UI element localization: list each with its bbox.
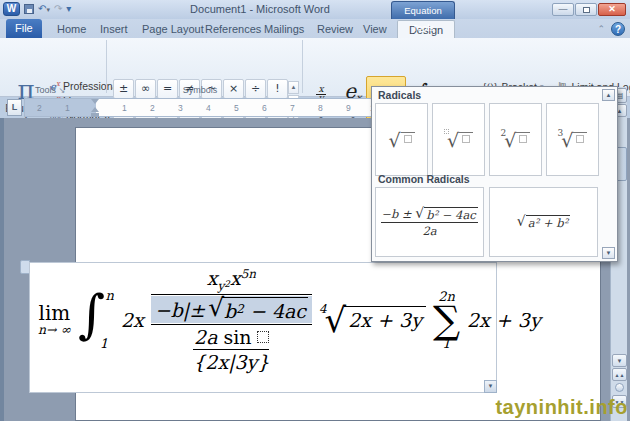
fraction-bar [193,349,269,350]
restore-button[interactable] [575,3,597,16]
factor: 2x [121,309,144,331]
equation-container[interactable]: lim n→ ∞ ∫ n 1 2x xy2x5n −b|± [29,262,497,393]
inner-fraction: 2a sin {2x|3y} [193,326,269,373]
outer-fraction: xy2x5n −b|± √ b2 − 4ac 2a sin [151,267,312,373]
inner-numerator: 2a sin [194,326,269,348]
minimize-button[interactable]: — [552,3,574,16]
fraction-numerator: xy2x5n [207,267,256,293]
radicals-dropdown-panel: Radicals ▲ √ √ 2√ 3√ Common Radicals −b … [371,86,618,262]
inner-denominator: {2x|3y} [193,351,269,373]
first-line-indent-icon[interactable] [91,99,99,104]
quadratic-formula-tile[interactable]: −b ± √b² − 4ac 2a [375,187,484,257]
ribbon-tab-row: File Home Insert Page Layout References … [0,19,630,38]
integral-block: ∫ n 1 [78,287,114,353]
select-browse-object-icon[interactable] [615,383,624,392]
tools-dialog-launcher-icon[interactable]: ↘ [58,86,65,95]
fraction-bar [151,294,312,295]
window-edge [0,118,4,421]
watermark: tayninhit.info [495,396,628,419]
equation-placeholder-box[interactable] [257,331,269,343]
fraction-bar [151,324,312,325]
panel-scroll-up-icon[interactable]: ▲ [602,89,615,101]
limit-block: lim n→ ∞ [38,303,71,337]
tail-expression: 2x + 3y [467,309,541,331]
fourth-root: 4 √ 2x + 3y [319,306,426,334]
left-indent-icon[interactable] [91,113,99,117]
pythagorean-radical-tile[interactable]: √a² + b² [489,187,598,257]
tab-view[interactable]: View [354,20,396,38]
window-controls: — ✕ [552,3,626,16]
selected-expression[interactable]: −b|± √ b2 − 4ac [151,296,312,323]
middle-fraction: −b|± √ b2 − 4ac 2a sin {2x|3y} [151,296,312,373]
square-root-tile[interactable]: √ [375,103,428,176]
browse-previous-icon[interactable]: ▲▲ [612,368,627,381]
tab-mailings[interactable]: Mailings [255,20,313,38]
hanging-indent-icon[interactable] [91,107,99,112]
summation-block: 2n ∑ 1 [433,290,460,350]
square-root: √ b2 − 4ac [205,297,308,322]
cube-root-tile[interactable]: 3√ [546,103,599,176]
close-button[interactable]: ✕ [598,3,626,16]
group-separator [106,40,107,93]
help-icon[interactable]: ? [611,22,625,36]
panel-scroll-down-icon[interactable]: ▼ [602,247,615,259]
radicals-section-header: Radicals [378,89,421,101]
tools-group-label: Tools ↘ [20,85,80,95]
ruler-margin-zone [25,99,96,116]
tab-home[interactable]: Home [48,20,95,38]
equation-options-dropdown[interactable]: ▼ [484,380,497,393]
symbols-scroll-up-icon[interactable]: ▲ [288,81,299,94]
equation-content[interactable]: lim n→ ∞ ∫ n 1 2x xy2x5n −b|± [38,267,541,373]
equation-tools-context-header: Equation Tools [391,1,455,19]
tab-file[interactable]: File [6,19,42,38]
symbols-group-label: Symbols [150,85,250,95]
tab-insert[interactable]: Insert [91,20,137,38]
radical-with-degree-tile[interactable]: √ [432,103,485,176]
word-window: W ↶▾ ↷ ▾ Document1 - Microsoft Word — ✕ … [0,0,630,421]
tab-selector[interactable]: L [7,99,22,116]
symbol-plus-minus[interactable]: ± [113,79,134,99]
square-root-degree2-tile[interactable]: 2√ [489,103,542,176]
title-bar: W ↶▾ ↷ ▾ Document1 - Microsoft Word — ✕ [0,0,630,19]
indent-markers[interactable] [91,99,99,117]
common-radicals-section-header: Common Radicals [378,173,470,185]
collapse-ribbon-icon[interactable]: ⌃ [597,24,605,34]
ribbon-help-area: ⌃ ? [597,22,625,36]
symbol-factorial[interactable]: ! [267,79,288,99]
scroll-down-icon[interactable]: ▼ [612,354,627,367]
